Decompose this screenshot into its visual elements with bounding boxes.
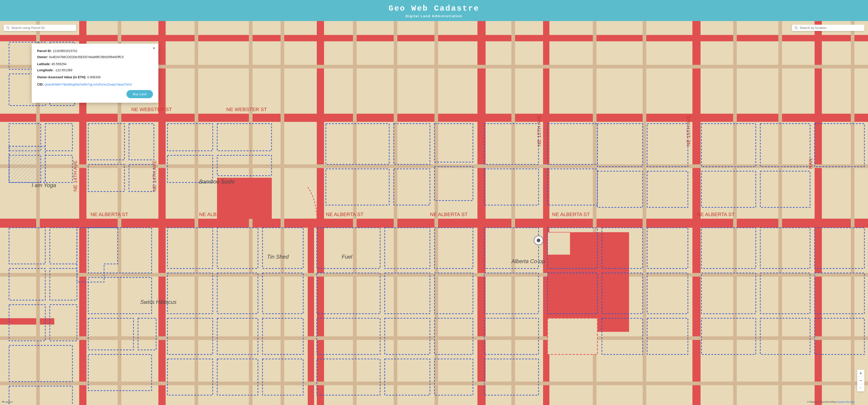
map-attribution: © Mapbox © OpenStreetMap Improve this ma… [807,401,855,403]
svg-text:I am Yoga: I am Yoga [32,182,56,188]
svg-text:NE ALBERTA ST: NE ALBERTA ST [697,212,735,217]
svg-text:Bamboo Sushi: Bamboo Sushi [199,179,235,185]
app-title: Geo Web Cadastre [0,4,868,13]
oav-row: Owner-Assessed Value (in ETH): 0.006339 [37,75,153,80]
svg-rect-32 [643,21,646,405]
svg-text:NE 15TH AVE: NE 15TH AVE [536,115,542,146]
svg-text:Alberta Co-op: Alberta Co-op [511,258,545,264]
svg-rect-12 [477,21,486,405]
buy-land-button[interactable]: Buy Land [126,90,153,98]
svg-text:NE ALBERTA ST: NE ALBERTA ST [552,212,590,217]
svg-point-157 [537,239,540,242]
svg-text:NE 15TH AVE: NE 15TH AVE [686,115,691,146]
latitude-value: 45.559294 [51,62,66,66]
search-icon [6,26,9,29]
zoom-controls: + − ↑ [857,370,864,392]
oav-value: 0.006339 [87,75,100,79]
parcel-id-row: Parcel ID: 12163851615701 [37,49,153,53]
app-subtitle: Digital Land Administration [0,14,868,18]
longitude-label: Longitude: [37,68,54,72]
svg-rect-10 [158,21,166,405]
longitude-row: Longitude: -122.651389 [37,68,153,73]
svg-rect-7 [0,219,868,228]
search-location-icon [795,26,798,29]
svg-text:Tin Shed: Tin Shed [267,254,289,260]
svg-text:NE ALBERTA ST: NE ALBERTA ST [430,212,468,217]
owner-row: Owner: 0x4E04768CDD20e35EE87e6a89fC5B920… [37,55,153,60]
parcel-id-value: 12163851615701 [53,49,78,53]
owner-label: Owner: [37,55,48,59]
svg-rect-21 [0,382,868,385]
close-popup-button[interactable]: × [153,46,155,50]
longitude-value: -122.651389 [55,68,72,72]
svg-rect-5 [0,114,868,122]
parcel-id-label: Parcel ID: [37,49,52,53]
svg-rect-16 [308,219,314,405]
search-parcel-bar [4,25,76,31]
cid-link[interactable]: QmbJKNWY7BxWKqD5d7eiRKTgLHJUPeYoJZodqYSk… [44,83,132,86]
improve-map-link[interactable]: Improve this map [837,401,855,403]
cid-section: CID: QmbJKNWY7BxWKqD5d7eiRKTgLHJUPeYoJZo… [37,82,153,87]
parcel-id-input[interactable] [11,26,73,30]
svg-text:NE ALBERTA ST: NE ALBERTA ST [326,212,364,217]
svg-text:Swiss Hibiscus: Swiss Hibiscus [140,299,177,305]
svg-rect-28 [394,21,397,405]
mapbox-attribution: © Mapbox [807,401,817,403]
svg-rect-8 [0,318,54,325]
svg-rect-30 [512,21,515,405]
svg-rect-26 [281,21,284,405]
search-location-bar [792,25,864,31]
svg-text:Fuel: Fuel [342,254,352,260]
oav-label: Owner-Assessed Value (in ETH): [37,75,87,79]
svg-line-1 [8,28,9,29]
cid-label: CID: [37,83,44,86]
svg-rect-35 [851,21,855,405]
svg-text:NE 14TH AVE: NE 14TH AVE [72,160,78,192]
svg-text:NE ALBERTA ST: NE ALBERTA ST [91,212,128,217]
svg-rect-129 [548,232,570,255]
svg-rect-56 [9,146,45,183]
north-button[interactable]: ↑ [857,384,864,392]
mapbox-logo-text: 🗺 mapbox [2,401,13,403]
svg-rect-34 [778,21,782,405]
svg-text:NE WEBSTER ST: NE WEBSTER ST [131,106,172,112]
app-header: Geo Web Cadastre Digital Land Administra… [0,0,868,21]
svg-text:NAN: NAN [808,158,813,169]
svg-rect-19 [0,273,868,277]
mapbox-logo: 🗺 mapbox [2,401,13,403]
svg-text:NE 14TH AVE: NE 14TH AVE [152,160,157,192]
zoom-in-button[interactable]: + [857,370,864,377]
owner-value: 0x4E04768CDD20e35EE87e6a89fC5B920f9492ff… [49,55,124,59]
cid-row: CID: QmbJKNWY7BxWKqD5d7eiRKTgLHJUPeYoJZo… [37,82,153,87]
svg-line-3 [797,28,798,29]
svg-rect-18 [0,164,868,168]
parcel-popup: × Parcel ID: 12163851615701 Owner: 0x4E0… [32,44,158,103]
svg-rect-20 [0,337,868,340]
location-input[interactable] [800,26,862,30]
svg-rect-15 [815,21,822,405]
svg-rect-6 [0,35,868,41]
latitude-row: Latitude: 45.559294 [37,62,153,66]
zoom-out-button[interactable]: − [857,377,864,384]
svg-rect-11 [317,21,324,405]
osm-attribution: © OpenStreetMap [818,401,837,403]
svg-text:NE WEBSTER ST: NE WEBSTER ST [226,106,267,112]
svg-rect-148 [548,318,597,354]
svg-rect-24 [195,21,198,405]
map-container[interactable]: NE WEBSTER ST NE WEBSTER ST NE ALBERTA S… [0,21,868,405]
latitude-label: Latitude: [37,62,51,66]
